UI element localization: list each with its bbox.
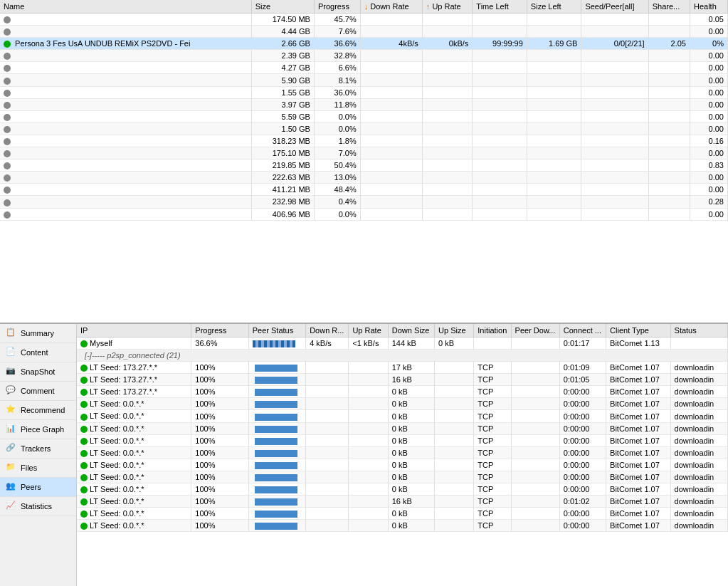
col-header-peer-status[interactable]: Peer Status	[248, 324, 305, 338]
torrent-row[interactable]: 1.50 GB 0.0% 0.00	[0, 122, 728, 135]
torrent-row[interactable]: 232.98 MB 0.4% 0.28	[0, 196, 728, 208]
peer-row[interactable]: LT Seed: 0.0.*.* 100% 0 kB TCP 0:00:00 B…	[77, 471, 728, 483]
torrent-row[interactable]: 318.23 MB 1.8% 0.16	[0, 135, 728, 147]
sidebar-item-statistics[interactable]: 📈 Statistics	[0, 497, 76, 516]
torrent-size-cell: 5.59 GB	[251, 110, 314, 122]
torrent-row[interactable]: 222.63 MB 13.0% 0.00	[0, 172, 728, 184]
torrent-sizeleft-cell	[527, 74, 581, 86]
peer-row[interactable]: LT Seed: 173.27.*.* 100% 17 kB TCP 0:01:…	[77, 362, 728, 374]
peer-downrate-cell	[306, 422, 349, 434]
torrent-seedpeer-cell	[581, 135, 648, 147]
peer-row[interactable]: LT Seed: 0.0.*.* 100% 0 kB TCP 0:00:00 B…	[77, 410, 728, 422]
col-header-up-size[interactable]: Up Size	[435, 324, 474, 338]
col-header-status[interactable]: Status	[670, 324, 727, 338]
peer-client-cell: BitComet 1.07	[606, 398, 670, 410]
col-header-up-rate[interactable]: Up Rate	[349, 324, 388, 338]
col-header-client[interactable]: Client Type	[606, 324, 670, 338]
peer-status-text-cell: downloadin	[670, 483, 727, 496]
col-header-health[interactable]: Health	[690, 0, 727, 14]
torrent-row[interactable]: 3.97 GB 11.8% 0.00	[0, 98, 728, 110]
peer-peerdown-cell	[511, 446, 559, 459]
torrent-size-cell: 2.39 GB	[251, 50, 314, 62]
peer-ip: Myself	[90, 339, 112, 347]
col-header-name[interactable]: Name	[0, 0, 251, 14]
peer-row[interactable]: LT Seed: 0.0.*.* 100% 0 kB TCP 0:00:00 B…	[77, 434, 728, 446]
torrent-row[interactable]: 174.50 MB 45.7% 0.05	[0, 14, 728, 26]
sidebar-item-trackers[interactable]: 🔗 Trackers	[0, 439, 76, 459]
sidebar-item-comment[interactable]: 💬 Comment	[0, 382, 76, 401]
torrent-uprate-cell	[422, 86, 473, 98]
sidebar-item-peers[interactable]: 👥 Peers	[0, 478, 76, 497]
sidebar-item-piecegraph[interactable]: 📊 Piece Graph	[0, 420, 76, 439]
content-icon: 📄	[6, 347, 17, 358]
peer-row[interactable]: LT Seed: 0.0.*.* 100% 0 kB TCP 0:00:00 B…	[77, 520, 728, 532]
torrent-status-icon	[4, 162, 11, 169]
col-header-downrate[interactable]: Down Rate	[360, 0, 422, 14]
col-header-ip[interactable]: IP	[77, 324, 191, 338]
col-header-down-size[interactable]: Down Size	[388, 324, 434, 338]
col-header-size[interactable]: Size	[251, 0, 314, 14]
torrent-health-cell: 0.00	[690, 98, 727, 110]
peer-row[interactable]: LT Seed: 173.27.*.* 100% 16 kB TCP 0:01:…	[77, 374, 728, 386]
torrent-table-header: Name Size Progress Down Rate Up Rate Tim…	[0, 0, 728, 14]
files-icon: 📁	[6, 462, 17, 473]
peer-ip: LT Seed: 173.27.*.*	[90, 387, 157, 396]
col-header-uprate[interactable]: Up Rate	[422, 0, 473, 14]
torrent-row[interactable]: 4.27 GB 6.6% 0.00	[0, 62, 728, 74]
torrent-status-icon	[4, 211, 11, 219]
peer-row[interactable]: LT Seed: 0.0.*.* 100% 0 kB TCP 0:00:00 B…	[77, 398, 728, 410]
peer-progress-bar	[255, 486, 297, 493]
torrent-row[interactable]: 1.55 GB 36.0% 0.00	[0, 86, 728, 98]
peer-row[interactable]: LT Seed: 0.0.*.* 100% 0 kB TCP 0:00:00 B…	[77, 446, 728, 459]
torrent-row[interactable]: 2.39 GB 32.8% 0.00	[0, 50, 728, 62]
torrent-row[interactable]: 411.21 MB 48.4% 0.00	[0, 184, 728, 196]
sidebar-item-snapshot[interactable]: 📷 SnapShot	[0, 362, 76, 382]
sidebar-item-summary[interactable]: 📋 Summary	[0, 324, 76, 343]
col-header-initiation[interactable]: Initiation	[474, 324, 511, 338]
torrent-table-wrapper[interactable]: Name Size Progress Down Rate Up Rate Tim…	[0, 0, 728, 324]
peer-row[interactable]: LT Seed: 0.0.*.* 100% 0 kB TCP 0:00:00 B…	[77, 483, 728, 496]
peer-row[interactable]: LT Seed: 0.0.*.* 100% 16 kB TCP 0:01:02 …	[77, 496, 728, 508]
torrent-row[interactable]: 4.44 GB 7.6% 0.00	[0, 26, 728, 38]
col-header-down-rate[interactable]: Down R...	[306, 324, 349, 338]
torrent-progress-cell: 11.8%	[314, 98, 360, 110]
col-header-share[interactable]: Share...	[648, 0, 690, 14]
sidebar-item-recommend[interactable]: ⭐ Recommend	[0, 401, 76, 420]
sidebar-item-content[interactable]: 📄 Content	[0, 343, 76, 362]
torrent-health-cell: 0.28	[690, 196, 727, 208]
peer-row[interactable]: LT Seed: 173.27.*.* 100% 0 kB TCP 0:00:0…	[77, 386, 728, 398]
peer-connect-cell: 0:00:00	[559, 398, 606, 410]
torrent-row[interactable]: 175.10 MB 7.0% 0.00	[0, 147, 728, 159]
torrent-downrate-cell	[360, 208, 422, 220]
torrent-downrate-cell	[360, 122, 422, 135]
sidebar-item-files[interactable]: 📁 Files	[0, 459, 76, 478]
col-header-timeleft[interactable]: Time Left	[473, 0, 527, 14]
peer-peerdown-cell	[511, 496, 559, 508]
peer-row[interactable]: Myself 36.6% 4 kB/s <1 kB/s 144 kB 0 kB …	[77, 338, 728, 350]
torrent-row[interactable]: Persona 3 Fes UsA UNDUB REMiX PS2DVD - F…	[0, 38, 728, 50]
col-header-sizeleft[interactable]: Size Left	[527, 0, 581, 14]
torrent-uprate-cell	[422, 62, 473, 74]
peer-row[interactable]: LT Seed: 0.0.*.* 100% 0 kB TCP 0:00:00 B…	[77, 508, 728, 520]
col-header-connect[interactable]: Connect ...	[559, 324, 606, 338]
col-header-seedpeer[interactable]: Seed/Peer[all]	[581, 0, 648, 14]
col-header-progress[interactable]: Progress	[314, 0, 360, 14]
peer-upsize-cell	[435, 434, 474, 446]
torrent-row[interactable]: 406.96 MB 0.0% 0.00	[0, 208, 728, 220]
peer-ip: LT Seed: 173.27.*.*	[90, 375, 157, 384]
peers-panel[interactable]: IP Progress Peer Status Down R... Up Rat…	[77, 324, 728, 586]
peer-row[interactable]: LT Seed: 0.0.*.* 100% 0 kB TCP 0:00:00 B…	[77, 459, 728, 471]
peer-row[interactable]: LT Seed: 0.0.*.* 100% 0 kB TCP 0:00:00 B…	[77, 422, 728, 434]
torrent-row[interactable]: 219.85 MB 50.4% 0.83	[0, 159, 728, 172]
torrent-timeleft-cell	[473, 147, 527, 159]
torrent-row[interactable]: 5.59 GB 0.0% 0.00	[0, 110, 728, 122]
torrent-size-cell: 411.21 MB	[251, 184, 314, 196]
peer-ip: LT Seed: 0.0.*.*	[90, 497, 144, 506]
col-header-progress[interactable]: Progress	[191, 324, 248, 338]
peer-row[interactable]: [-]----- p2sp_connected (21)	[77, 350, 728, 362]
torrent-row[interactable]: 5.90 GB 8.1% 0.00	[0, 74, 728, 86]
col-header-peer-down[interactable]: Peer Dow...	[511, 324, 559, 338]
peer-uprate-cell	[349, 374, 388, 386]
peer-progress-cell: 100%	[191, 434, 248, 446]
torrent-size-cell: 175.10 MB	[251, 147, 314, 159]
